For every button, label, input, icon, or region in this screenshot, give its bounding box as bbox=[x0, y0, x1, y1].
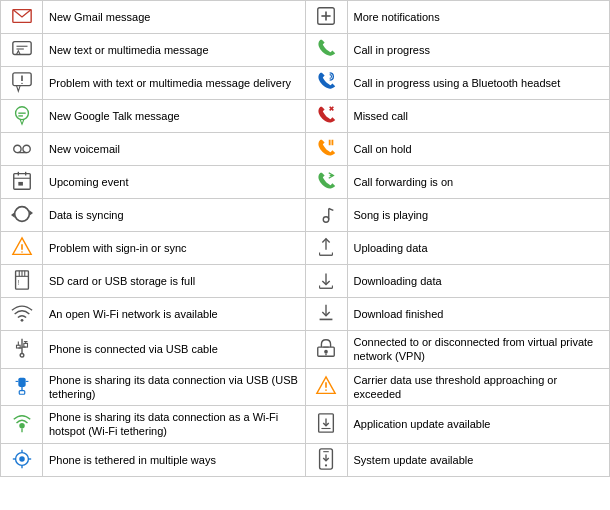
left-icon-cell-2 bbox=[1, 67, 43, 100]
right-icon-cell-4 bbox=[305, 133, 347, 166]
svg-point-68 bbox=[325, 389, 327, 391]
table-row: Phone is connected via USB cable Connect… bbox=[1, 331, 610, 369]
svg-point-82 bbox=[325, 464, 327, 466]
table-row: New voicemail Call on hold bbox=[1, 133, 610, 166]
svg-point-33 bbox=[21, 251, 23, 253]
svg-rect-20 bbox=[13, 174, 30, 190]
right-label-12: Application update available bbox=[347, 406, 610, 444]
left-label-1: New text or multimedia message bbox=[43, 34, 306, 67]
left-label-9: An open Wi-Fi network is available bbox=[43, 298, 306, 331]
right-label-9: Download finished bbox=[347, 298, 610, 331]
right-label-3: Missed call bbox=[347, 100, 610, 133]
right-icon-cell-5 bbox=[305, 166, 347, 199]
left-icon-cell-5 bbox=[1, 166, 43, 199]
svg-rect-4 bbox=[12, 42, 30, 55]
right-icon-cell-3 bbox=[305, 100, 347, 133]
svg-point-75 bbox=[19, 456, 25, 462]
svg-point-56 bbox=[20, 354, 24, 358]
right-label-7: Uploading data bbox=[347, 232, 610, 265]
right-icon-cell-6 bbox=[305, 199, 347, 232]
right-icon-cell-11 bbox=[305, 368, 347, 406]
left-icon-cell-1 bbox=[1, 34, 43, 67]
right-label-2: Call in progress using a Bluetooth heads… bbox=[347, 67, 610, 100]
right-icon-cell-10 bbox=[305, 331, 347, 369]
svg-point-16 bbox=[22, 145, 29, 152]
left-icon-cell-0 bbox=[1, 1, 43, 34]
left-icon-cell-13 bbox=[1, 443, 43, 476]
svg-text:!: ! bbox=[17, 279, 19, 286]
table-row: Problem with sign-in or sync Uploading d… bbox=[1, 232, 610, 265]
left-icon-cell-3 bbox=[1, 100, 43, 133]
right-label-5: Call forwarding is on bbox=[347, 166, 610, 199]
table-row: Phone is sharing its data connection as … bbox=[1, 406, 610, 444]
notifications-table: New Gmail message More notifications New… bbox=[0, 0, 610, 477]
left-icon-cell-11 bbox=[1, 368, 43, 406]
table-row: An open Wi-Fi network is available Downl… bbox=[1, 298, 610, 331]
right-label-1: Call in progress bbox=[347, 34, 610, 67]
table-row: Upcoming event Call forwarding is on bbox=[1, 166, 610, 199]
right-icon-cell-9 bbox=[305, 298, 347, 331]
svg-rect-63 bbox=[19, 390, 25, 394]
table-row: Phone is sharing its data connection via… bbox=[1, 368, 610, 406]
right-icon-cell-7 bbox=[305, 232, 347, 265]
left-label-5: Upcoming event bbox=[43, 166, 306, 199]
table-row: New text or multimedia messageCall in pr… bbox=[1, 34, 610, 67]
svg-point-58 bbox=[324, 350, 328, 354]
left-icon-cell-12 bbox=[1, 406, 43, 444]
left-label-11: Phone is sharing its data connection via… bbox=[43, 368, 306, 406]
left-icon-cell-7 bbox=[1, 232, 43, 265]
left-label-12: Phone is sharing its data connection as … bbox=[43, 406, 306, 444]
left-icon-cell-9 bbox=[1, 298, 43, 331]
left-label-4: New voicemail bbox=[43, 133, 306, 166]
left-label-8: SD card or USB storage is full bbox=[43, 265, 306, 298]
right-icon-cell-1 bbox=[305, 34, 347, 67]
table-row: New Google Talk message Missed call bbox=[1, 100, 610, 133]
left-label-13: Phone is tethered in multiple ways bbox=[43, 443, 306, 476]
table-row: Phone is tethered in multiple ways Syste… bbox=[1, 443, 610, 476]
left-label-6: Data is syncing bbox=[43, 199, 306, 232]
table-row: Data is syncing Song is playing bbox=[1, 199, 610, 232]
svg-point-46 bbox=[20, 319, 23, 322]
svg-point-69 bbox=[19, 423, 25, 429]
table-row: Problem with text or multimedia message … bbox=[1, 67, 610, 100]
right-icon-cell-2 bbox=[305, 67, 347, 100]
table-row: New Gmail message More notifications bbox=[1, 1, 610, 34]
svg-point-9 bbox=[21, 83, 22, 84]
right-label-13: System update available bbox=[347, 443, 610, 476]
svg-rect-53 bbox=[23, 344, 27, 348]
left-icon-cell-10 bbox=[1, 331, 43, 369]
svg-rect-24 bbox=[18, 182, 23, 186]
left-label-0: New Gmail message bbox=[43, 1, 306, 34]
right-icon-cell-8 bbox=[305, 265, 347, 298]
right-label-6: Song is playing bbox=[347, 199, 610, 232]
left-icon-cell-4 bbox=[1, 133, 43, 166]
right-label-4: Call on hold bbox=[347, 133, 610, 166]
left-label-10: Phone is connected via USB cable bbox=[43, 331, 306, 369]
right-label-0: More notifications bbox=[347, 1, 610, 34]
left-icon-cell-8: ! bbox=[1, 265, 43, 298]
left-label-2: Problem with text or multimedia message … bbox=[43, 67, 306, 100]
right-icon-cell-13 bbox=[305, 443, 347, 476]
svg-point-28 bbox=[323, 217, 329, 223]
left-label-7: Problem with sign-in or sync bbox=[43, 232, 306, 265]
right-label-11: Carrier data use threshold approaching o… bbox=[347, 368, 610, 406]
right-icon-cell-0 bbox=[305, 1, 347, 34]
svg-marker-27 bbox=[11, 212, 15, 218]
right-icon-cell-12 bbox=[305, 406, 347, 444]
left-icon-cell-6 bbox=[1, 199, 43, 232]
right-label-10: Connected to or disconnected from virtua… bbox=[347, 331, 610, 369]
table-row: !SD card or USB storage is full Download… bbox=[1, 265, 610, 298]
left-label-3: New Google Talk message bbox=[43, 100, 306, 133]
svg-point-15 bbox=[13, 145, 20, 152]
svg-rect-61 bbox=[18, 378, 25, 387]
right-label-8: Downloading data bbox=[347, 265, 610, 298]
